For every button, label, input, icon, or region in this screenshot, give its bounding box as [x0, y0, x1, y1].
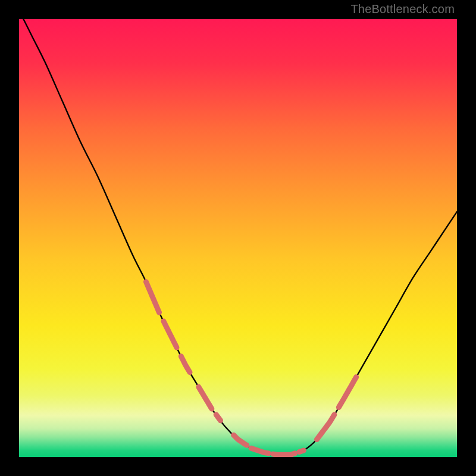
outer-frame: TheBottleneck.com: [0, 0, 476, 476]
plot-area: [19, 19, 457, 457]
watermark-text: TheBottleneck.com: [350, 2, 455, 16]
highlight-dash: [299, 450, 303, 452]
highlight-dash: [273, 453, 295, 455]
highlight-dash: [216, 415, 220, 421]
chart-svg: [19, 19, 457, 457]
gradient-background: [19, 19, 457, 457]
